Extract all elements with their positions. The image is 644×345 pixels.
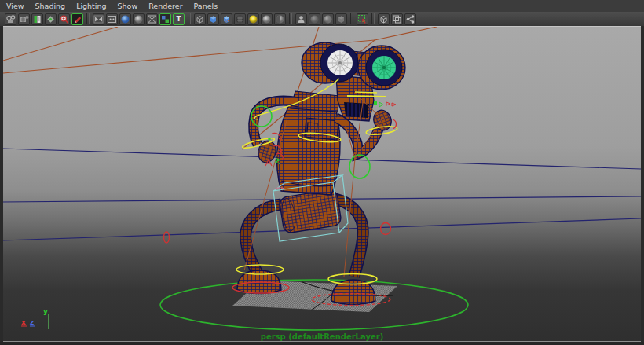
lock-camera-icon[interactable] bbox=[18, 13, 30, 25]
motion-blur-icon[interactable] bbox=[274, 13, 286, 25]
text-hud-label: T bbox=[176, 14, 181, 24]
smooth-shade-icon[interactable] bbox=[207, 13, 219, 25]
xray-active-icon[interactable] bbox=[322, 13, 334, 25]
axis-z-label: z bbox=[30, 318, 34, 326]
safe-action-icon[interactable] bbox=[146, 13, 158, 25]
shadows-icon[interactable] bbox=[247, 13, 259, 25]
textured-icon[interactable] bbox=[221, 13, 232, 25]
frame-overlap-icon[interactable] bbox=[391, 13, 403, 25]
select-camera-icon[interactable] bbox=[5, 13, 16, 25]
toolbar-separator bbox=[350, 13, 353, 24]
plugin-select-icon[interactable] bbox=[357, 13, 368, 25]
robot-left-eye bbox=[302, 42, 358, 83]
menu-shading[interactable]: Shading bbox=[35, 0, 66, 12]
camera-label: persp (defaultRenderLayer) bbox=[261, 332, 384, 341]
viewport-scene: y x z persp (defaultRenderLayer) bbox=[3, 27, 641, 341]
xray-joints-icon[interactable] bbox=[335, 13, 347, 25]
use-all-lights-icon[interactable] bbox=[234, 13, 246, 25]
bookmark-icon[interactable] bbox=[45, 13, 57, 25]
image-plane-icon[interactable] bbox=[58, 13, 70, 25]
window-bottom-edge bbox=[0, 342, 644, 345]
wireframe-icon[interactable] bbox=[194, 13, 206, 25]
toolbar-separator bbox=[86, 13, 90, 24]
isolate-select-icon[interactable] bbox=[295, 13, 307, 25]
menu-view[interactable]: View bbox=[6, 0, 24, 12]
share-nodes-icon[interactable] bbox=[404, 13, 416, 25]
menu-renderer[interactable]: Renderer bbox=[148, 0, 182, 12]
robot-right-eye bbox=[358, 46, 405, 90]
axis-x-label: x bbox=[21, 318, 26, 326]
resolution-gate-icon[interactable] bbox=[106, 13, 118, 25]
panel-toolbar: T bbox=[0, 12, 644, 26]
perspective-viewport[interactable]: y x z persp (defaultRenderLayer) bbox=[3, 26, 641, 342]
robot-torso bbox=[277, 105, 340, 195]
toolbar-separator bbox=[289, 13, 292, 24]
grease-pencil-icon[interactable] bbox=[71, 13, 83, 25]
camera-attributes-icon[interactable] bbox=[31, 13, 43, 25]
menu-lighting[interactable]: Lighting bbox=[76, 0, 106, 12]
screen-ao-icon[interactable] bbox=[261, 13, 273, 25]
toolbar-separator bbox=[188, 13, 191, 24]
field-chart-icon[interactable] bbox=[133, 13, 145, 25]
menu-panels[interactable]: Panels bbox=[194, 0, 218, 12]
maya-viewport-window: View Shading Lighting Show Renderer Pane… bbox=[0, 0, 644, 345]
robot-mouth bbox=[344, 102, 369, 118]
xray-icon[interactable] bbox=[309, 13, 320, 25]
film-gate-icon[interactable] bbox=[93, 13, 104, 25]
panel-menubar: View Shading Lighting Show Renderer Pane… bbox=[0, 0, 644, 12]
scene-cube-icon[interactable] bbox=[378, 13, 390, 25]
text-hud-icon[interactable]: T bbox=[173, 13, 185, 25]
safe-title-icon[interactable] bbox=[159, 13, 171, 25]
menu-show[interactable]: Show bbox=[118, 0, 138, 12]
axis-y-label: y bbox=[43, 307, 48, 315]
gate-mask-icon[interactable] bbox=[119, 13, 131, 25]
toolbar-separator bbox=[371, 13, 375, 24]
